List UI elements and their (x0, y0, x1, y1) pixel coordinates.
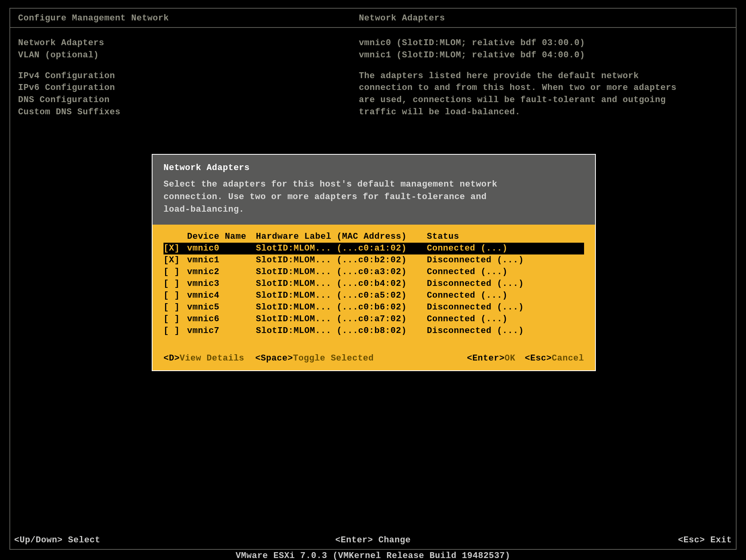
row-hardware-label: SlotID:MLOM... (...c0:b2:02) (256, 255, 427, 265)
bottom-hint-right: <Esc> Exit (678, 535, 732, 545)
hint-esc-key[interactable]: <Esc> (525, 353, 552, 363)
menu-item-vlan[interactable]: VLAN (optional) (18, 49, 359, 62)
row-hardware-label: SlotID:MLOM... (...c0:a3:02) (256, 267, 427, 277)
row-checkbox[interactable]: [ ] (164, 279, 187, 289)
adapter-row-vmnic1[interactable]: [X]vmnic1SlotID:MLOM... (...c0:b2:02)Dis… (164, 254, 584, 266)
row-device-name: vmnic3 (187, 279, 256, 289)
row-hardware-label: SlotID:MLOM... (...c0:a7:02) (256, 314, 427, 324)
row-checkbox[interactable]: [ ] (164, 302, 187, 312)
row-status: Connected (...) (427, 314, 584, 324)
hint-space-text: Toggle Selected (293, 353, 374, 363)
menu-item-ipv4[interactable]: IPv4 Configuration (18, 70, 359, 82)
row-device-name: vmnic7 (187, 326, 256, 336)
adapter-row-vmnic4[interactable]: [ ]vmnic4SlotID:MLOM... (...c0:a5:02)Con… (164, 290, 584, 302)
row-hardware-label: SlotID:MLOM... (...c0:b6:02) (256, 302, 427, 312)
adapter-row-vmnic5[interactable]: [ ]vmnic5SlotID:MLOM... (...c0:b6:02)Dis… (164, 302, 584, 313)
col-header-name: Device Name (187, 232, 256, 242)
header-right-title: Network Adapters (359, 13, 728, 23)
row-status: Connected (...) (427, 267, 584, 277)
adapter-desc-1: connection to and from this host. When t… (359, 82, 728, 94)
menu-item-network-adapters[interactable]: Network Adapters (18, 37, 359, 49)
menu-item-custom-dns[interactable]: Custom DNS Suffixes (18, 106, 359, 119)
adapter-row-vmnic6[interactable]: [ ]vmnic6SlotID:MLOM... (...c0:a7:02)Con… (164, 313, 584, 325)
dialog-title: Network Adapters (164, 162, 584, 174)
adapter-row-vmnic2[interactable]: [ ]vmnic2SlotID:MLOM... (...c0:a3:02)Con… (164, 266, 584, 278)
row-hardware-label: SlotID:MLOM... (...c0:a1:02) (256, 243, 427, 253)
row-device-name: vmnic2 (187, 267, 256, 277)
header-left-title: Configure Management Network (18, 13, 359, 23)
row-status: Disconnected (...) (427, 326, 584, 336)
adapter-row-vmnic3[interactable]: [ ]vmnic3SlotID:MLOM... (...c0:b4:02)Dis… (164, 278, 584, 290)
hint-enter-key[interactable]: <Enter> (467, 353, 505, 363)
row-checkbox[interactable]: [ ] (164, 267, 187, 277)
footer-version: VMware ESXi 7.0.3 (VMKernel Release Buil… (0, 549, 746, 560)
row-hardware-label: SlotID:MLOM... (...c0:a5:02) (256, 291, 427, 300)
hint-enter-text: OK (505, 353, 515, 363)
adapter-info-0: vmnic0 (SlotID:MLOM; relative bdf 03:00.… (359, 37, 728, 49)
row-hardware-label: SlotID:MLOM... (...c0:b4:02) (256, 279, 427, 289)
dialog-instructions-1: connection. Use two or more adapters for… (164, 191, 584, 203)
right-panel: vmnic0 (SlotID:MLOM; relative bdf 03:00.… (359, 37, 728, 119)
adapter-desc-0: The adapters listed here provide the def… (359, 70, 728, 82)
hint-esc-text: Cancel (552, 353, 584, 363)
dialog-instructions-0: Select the adapters for this host's defa… (164, 178, 584, 191)
row-checkbox[interactable]: [X] (164, 255, 187, 265)
hint-d-text: View Details (180, 353, 244, 363)
row-status: Connected (...) (427, 291, 584, 300)
row-status: Disconnected (...) (427, 302, 584, 312)
adapter-row-vmnic7[interactable]: [ ]vmnic7SlotID:MLOM... (...c0:b8:02)Dis… (164, 325, 584, 337)
row-device-name: vmnic6 (187, 314, 256, 324)
menu-item-ipv6[interactable]: IPv6 Configuration (18, 82, 359, 94)
row-checkbox[interactable]: [ ] (164, 314, 187, 324)
row-status: Disconnected (...) (427, 279, 584, 289)
row-checkbox[interactable]: [ ] (164, 326, 187, 336)
row-checkbox[interactable]: [X] (164, 243, 187, 253)
col-header-status: Status (427, 232, 584, 242)
menu-item-dns[interactable]: DNS Configuration (18, 94, 359, 106)
bottom-hint-center: <Enter> Change (335, 535, 411, 545)
row-status: Connected (...) (427, 243, 584, 253)
bottom-hint-left: <Up/Down> Select (14, 535, 100, 545)
adapter-info-1: vmnic1 (SlotID:MLOM; relative bdf 04:00.… (359, 49, 728, 62)
row-device-name: vmnic0 (187, 243, 256, 253)
col-header-hw: Hardware Label (MAC Address) (256, 232, 427, 242)
left-menu: Network Adapters VLAN (optional) IPv4 Co… (18, 37, 359, 119)
row-status: Disconnected (...) (427, 255, 584, 265)
adapter-desc-2: are used, connections will be fault-tole… (359, 94, 728, 106)
row-hardware-label: SlotID:MLOM... (...c0:b8:02) (256, 326, 427, 336)
dialog-instructions-2: load-balancing. (164, 203, 584, 216)
row-device-name: vmnic1 (187, 255, 256, 265)
row-device-name: vmnic5 (187, 302, 256, 312)
hint-space-key[interactable]: <Space> (255, 353, 293, 363)
network-adapters-dialog: Network Adapters Select the adapters for… (152, 154, 596, 371)
hint-d-key[interactable]: <D> (164, 353, 180, 363)
adapter-row-vmnic0[interactable]: [X]vmnic0SlotID:MLOM... (...c0:a1:02)Con… (164, 243, 584, 254)
adapter-desc-3: traffic will be load-balanced. (359, 106, 728, 119)
row-device-name: vmnic4 (187, 291, 256, 300)
row-checkbox[interactable]: [ ] (164, 291, 187, 300)
